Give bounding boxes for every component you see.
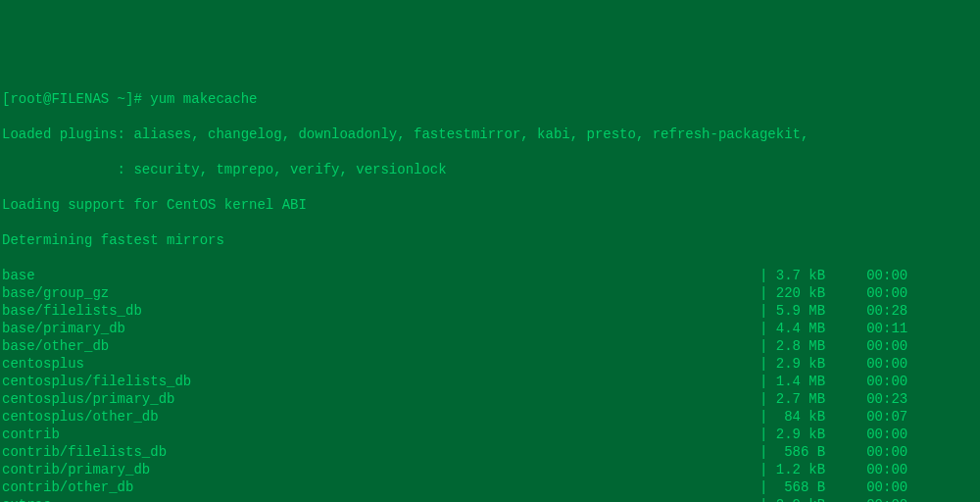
gap bbox=[825, 478, 866, 496]
separator: | bbox=[760, 390, 776, 408]
repo-size: 586 B bbox=[776, 443, 825, 461]
repo-size: 2.8 MB bbox=[776, 337, 825, 355]
separator: | bbox=[760, 408, 776, 426]
repo-time: 00:00 bbox=[866, 443, 907, 461]
repo-row: contrib/other_db | 568 B 00:00 bbox=[2, 478, 978, 496]
repo-row: centosplus/filelists_db | 1.4 MB 00:00 bbox=[2, 373, 978, 390]
repo-size: 3.7 kB bbox=[776, 267, 825, 284]
mirrors-line: Determining fastest mirrors bbox=[2, 231, 978, 249]
command: yum makecache bbox=[150, 90, 257, 108]
separator: | bbox=[760, 478, 776, 496]
repo-row: contrib/primary_db | 1.2 kB 00:00 bbox=[2, 461, 978, 478]
repo-row: extras | 2.9 kB 00:00 bbox=[2, 496, 978, 502]
repo-time: 00:00 bbox=[866, 478, 907, 496]
repo-row: base | 3.7 kB 00:00 bbox=[2, 267, 978, 284]
repo-size: 2.9 kB bbox=[776, 355, 825, 373]
repo-size: 568 B bbox=[776, 478, 825, 496]
repo-row: centosplus/primary_db | 2.7 MB 00:23 bbox=[2, 390, 978, 408]
gap bbox=[825, 302, 866, 320]
separator: | bbox=[760, 461, 776, 478]
repo-row: contrib/filelists_db | 586 B 00:00 bbox=[2, 443, 978, 461]
repo-size: 5.9 MB bbox=[776, 302, 825, 320]
repo-name: base bbox=[2, 267, 760, 284]
gap bbox=[825, 320, 866, 337]
prompt: [root@FILENAS ~]# bbox=[2, 90, 150, 108]
separator: | bbox=[760, 267, 776, 284]
separator: | bbox=[760, 284, 776, 302]
gap bbox=[825, 390, 866, 408]
repo-time: 00:00 bbox=[866, 337, 907, 355]
gap bbox=[825, 443, 866, 461]
repo-time: 00:00 bbox=[866, 461, 907, 478]
separator: | bbox=[760, 337, 776, 355]
separator: | bbox=[760, 426, 776, 443]
abi-line: Loading support for CentOS kernel ABI bbox=[2, 196, 978, 214]
repo-time: 00:11 bbox=[866, 320, 907, 337]
repo-row: base/primary_db | 4.4 MB 00:11 bbox=[2, 320, 978, 337]
separator: | bbox=[760, 443, 776, 461]
repo-size: 2.9 kB bbox=[776, 426, 825, 443]
separator: | bbox=[760, 355, 776, 373]
repo-name: centosplus/primary_db bbox=[2, 390, 760, 408]
repo-row: centosplus | 2.9 kB 00:00 bbox=[2, 355, 978, 373]
separator: | bbox=[760, 496, 776, 502]
gap bbox=[825, 337, 866, 355]
gap bbox=[825, 373, 866, 390]
repo-row: centosplus/other_db | 84 kB 00:07 bbox=[2, 408, 978, 426]
separator: | bbox=[760, 373, 776, 390]
gap bbox=[825, 355, 866, 373]
repo-name: contrib/primary_db bbox=[2, 461, 760, 478]
repo-name: contrib/other_db bbox=[2, 478, 760, 496]
repo-time: 00:00 bbox=[866, 426, 907, 443]
repo-time: 00:00 bbox=[866, 284, 907, 302]
gap bbox=[825, 267, 866, 284]
repo-name: centosplus/other_db bbox=[2, 408, 760, 426]
repo-size: 2.7 MB bbox=[776, 390, 825, 408]
repo-row: base/filelists_db | 5.9 MB 00:28 bbox=[2, 302, 978, 320]
repo-name: base/group_gz bbox=[2, 284, 760, 302]
repo-name: base/other_db bbox=[2, 337, 760, 355]
repo-time: 00:00 bbox=[866, 496, 907, 502]
repo-time: 00:00 bbox=[866, 355, 907, 373]
separator: | bbox=[760, 320, 776, 337]
plugins-line-2: : security, tmprepo, verify, versionlock bbox=[2, 161, 978, 178]
repo-name: centosplus/filelists_db bbox=[2, 373, 760, 390]
repo-size: 4.4 MB bbox=[776, 320, 825, 337]
repo-size: 1.2 kB bbox=[776, 461, 825, 478]
gap bbox=[825, 461, 866, 478]
gap bbox=[825, 284, 866, 302]
repo-row: base/group_gz | 220 kB 00:00 bbox=[2, 284, 978, 302]
repo-name: base/primary_db bbox=[2, 320, 760, 337]
repo-time: 00:07 bbox=[866, 408, 907, 426]
separator: | bbox=[760, 302, 776, 320]
repo-size: 2.9 kB bbox=[776, 496, 825, 502]
repo-time: 00:00 bbox=[866, 267, 907, 284]
repo-name: centosplus bbox=[2, 355, 760, 373]
repo-size: 220 kB bbox=[776, 284, 825, 302]
repo-rows: base | 3.7 kB 00:00base/group_gz bbox=[2, 267, 978, 502]
repo-name: extras bbox=[2, 496, 760, 502]
plugins-line-1: Loaded plugins: aliases, changelog, down… bbox=[2, 126, 978, 143]
gap bbox=[825, 408, 866, 426]
repo-time: 00:00 bbox=[866, 373, 907, 390]
repo-time: 00:23 bbox=[866, 390, 907, 408]
repo-row: contrib | 2.9 kB 00:00 bbox=[2, 426, 978, 443]
repo-size: 1.4 MB bbox=[776, 373, 825, 390]
gap bbox=[825, 426, 866, 443]
gap bbox=[825, 496, 866, 502]
repo-name: base/filelists_db bbox=[2, 302, 760, 320]
terminal-output: [root@FILENAS ~]# yum makecache Loaded p… bbox=[2, 73, 978, 502]
repo-name: contrib bbox=[2, 426, 760, 443]
repo-row: base/other_db | 2.8 MB 00:00 bbox=[2, 337, 978, 355]
repo-name: contrib/filelists_db bbox=[2, 443, 760, 461]
repo-time: 00:28 bbox=[866, 302, 907, 320]
prompt-line: [root@FILENAS ~]# yum makecache bbox=[2, 90, 978, 108]
repo-size: 84 kB bbox=[776, 408, 825, 426]
